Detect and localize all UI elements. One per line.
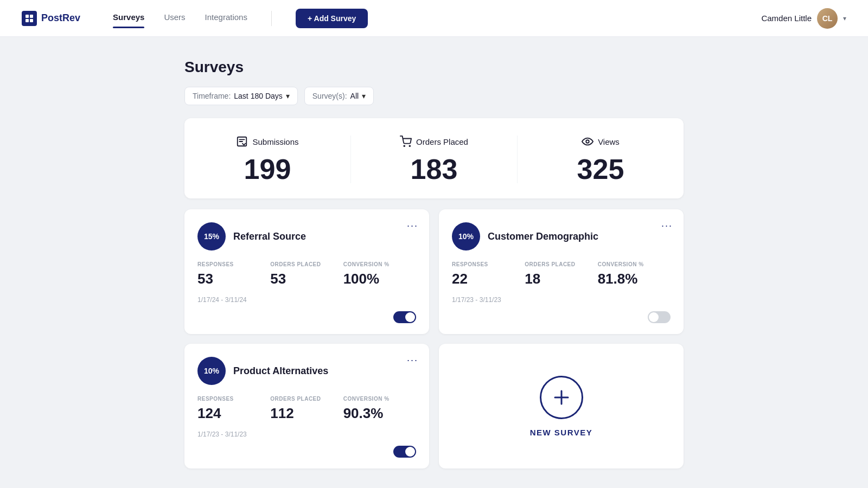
survey-card-product-alternatives: 10% Product Alternatives ··· RESPONSES 1… — [184, 344, 429, 468]
conversion-label-referral: CONVERSION % — [343, 261, 416, 267]
responses-value-alternatives: 124 — [197, 405, 270, 422]
orders-value-alternatives: 112 — [270, 405, 343, 422]
survey-header-referral: 15% Referral Source — [197, 222, 416, 251]
new-survey-card[interactable]: NEW SURVEY — [439, 344, 684, 468]
survey-toggle-area-demographic — [452, 311, 671, 323]
orders-value-demographic: 18 — [525, 271, 597, 287]
stat-views: Views 325 — [518, 136, 684, 183]
svg-rect-1 — [30, 15, 33, 18]
survey-grid: 15% Referral Source ··· RESPONSES 53 ORD… — [184, 209, 684, 468]
orders-label-alternatives: ORDERS PLACED — [270, 396, 343, 402]
eye-icon — [582, 136, 593, 147]
timeframe-chevron-icon: ▾ — [286, 92, 290, 100]
survey-badge-referral: 15% — [197, 222, 226, 251]
survey-badge-demographic: 10% — [452, 222, 480, 251]
responses-label-demographic: RESPONSES — [452, 261, 525, 267]
new-survey-label: NEW SURVEY — [530, 428, 593, 437]
nav-link-integrations[interactable]: Integrations — [205, 12, 247, 24]
page-title: Surveys — [184, 59, 684, 76]
survey-stat-orders-referral: ORDERS PLACED 53 — [270, 261, 343, 287]
responses-value-referral: 53 — [197, 271, 270, 287]
survey-menu-referral[interactable]: ··· — [407, 220, 418, 232]
survey-name-demographic: Customer Demographic — [488, 231, 598, 242]
survey-header-demographic: 10% Customer Demographic — [452, 222, 671, 251]
survey-badge-alternatives: 10% — [197, 357, 226, 385]
toggle-knob-referral — [405, 312, 415, 322]
conversion-label-alternatives: CONVERSION % — [343, 396, 416, 402]
nav-links: Surveys Users Integrations + Add Survey — [113, 9, 744, 28]
survey-stat-conversion-alternatives: CONVERSION % 90.3% — [343, 396, 416, 422]
toggle-knob-demographic — [649, 312, 659, 322]
add-survey-button[interactable]: + Add Survey — [296, 9, 368, 28]
surveys-filter[interactable]: Survey(s): All ▾ — [304, 87, 374, 105]
survey-toggle-demographic[interactable] — [648, 311, 671, 323]
survey-toggle-alternatives[interactable] — [393, 446, 416, 458]
survey-date-alternatives: 1/17/23 - 3/11/23 — [197, 431, 416, 438]
logo[interactable]: PostRev — [22, 11, 80, 26]
avatar: CL — [817, 8, 838, 29]
surveys-label: Survey(s): — [312, 92, 347, 100]
survey-header-alternatives: 10% Product Alternatives — [197, 357, 416, 385]
survey-menu-demographic[interactable]: ··· — [661, 220, 673, 232]
survey-date-demographic: 1/17/23 - 3/11/23 — [452, 296, 671, 304]
stats-card: Submissions 199 Orders Placed 183 — [184, 118, 684, 198]
surveys-value: All — [350, 92, 359, 100]
survey-stats-referral: RESPONSES 53 ORDERS PLACED 53 CONVERSION… — [197, 261, 416, 287]
survey-name-referral: Referral Source — [233, 231, 306, 242]
orders-value: 183 — [362, 155, 506, 183]
cart-icon — [400, 136, 412, 147]
survey-toggle-area-alternatives — [197, 446, 416, 458]
survey-card-referral-source: 15% Referral Source ··· RESPONSES 53 ORD… — [184, 209, 429, 334]
survey-stat-responses-demographic: RESPONSES 22 — [452, 261, 525, 287]
stat-orders-placed: Orders Placed 183 — [351, 136, 518, 183]
svg-point-9 — [586, 140, 589, 143]
views-value: 325 — [528, 155, 673, 183]
main-content: Surveys Timeframe: Last 180 Days ▾ Surve… — [174, 37, 694, 488]
survey-menu-alternatives[interactable]: ··· — [407, 355, 418, 366]
survey-card-customer-demographic: 10% Customer Demographic ··· RESPONSES 2… — [439, 209, 684, 334]
nav-link-surveys[interactable]: Surveys — [113, 12, 144, 24]
submissions-value: 199 — [195, 155, 340, 183]
survey-stat-orders-demographic: ORDERS PLACED 18 — [525, 261, 597, 287]
orders-label-demographic: ORDERS PLACED — [525, 261, 597, 267]
new-survey-plus-icon — [540, 376, 583, 419]
submissions-label: Submissions — [252, 137, 298, 146]
survey-stats-alternatives: RESPONSES 124 ORDERS PLACED 112 CONVERSI… — [197, 396, 416, 422]
survey-stat-responses-referral: RESPONSES 53 — [197, 261, 270, 287]
survey-stats-demographic: RESPONSES 22 ORDERS PLACED 18 CONVERSION… — [452, 261, 671, 287]
logo-text: PostRev — [41, 12, 80, 24]
survey-stat-orders-alternatives: ORDERS PLACED 112 — [270, 396, 343, 422]
survey-date-referral: 1/17/24 - 3/11/24 — [197, 296, 416, 304]
chevron-down-icon: ▾ — [843, 15, 846, 22]
nav-divider — [271, 11, 272, 26]
filters-row: Timeframe: Last 180 Days ▾ Survey(s): Al… — [184, 87, 684, 105]
survey-name-alternatives: Product Alternatives — [233, 365, 328, 377]
orders-label: Orders Placed — [416, 137, 468, 146]
orders-icon-row: Orders Placed — [362, 136, 506, 147]
survey-stat-conversion-referral: CONVERSION % 100% — [343, 261, 416, 287]
svg-point-8 — [409, 145, 410, 146]
views-label: Views — [598, 137, 620, 146]
responses-value-demographic: 22 — [452, 271, 525, 287]
views-icon-row: Views — [528, 136, 673, 147]
conversion-value-alternatives: 90.3% — [343, 405, 416, 422]
survey-toggle-area-referral — [197, 311, 416, 323]
logo-icon — [22, 11, 37, 26]
orders-label-referral: ORDERS PLACED — [270, 261, 343, 267]
surveys-chevron-icon: ▾ — [362, 92, 366, 100]
responses-label-referral: RESPONSES — [197, 261, 270, 267]
user-menu[interactable]: Camden Little CL ▾ — [761, 8, 846, 29]
nav-link-users[interactable]: Users — [164, 12, 185, 24]
survey-toggle-referral[interactable] — [393, 311, 416, 323]
stat-submissions: Submissions 199 — [184, 136, 351, 183]
survey-stat-conversion-demographic: CONVERSION % 81.8% — [598, 261, 671, 287]
navbar: PostRev Surveys Users Integrations + Add… — [0, 0, 868, 37]
timeframe-filter[interactable]: Timeframe: Last 180 Days ▾ — [184, 87, 298, 105]
toggle-knob-alternatives — [405, 447, 415, 457]
timeframe-value: Last 180 Days — [234, 92, 283, 100]
svg-rect-2 — [25, 19, 29, 22]
svg-rect-0 — [25, 15, 29, 18]
submissions-icon — [236, 136, 248, 147]
responses-label-alternatives: RESPONSES — [197, 396, 270, 402]
conversion-value-demographic: 81.8% — [598, 271, 671, 287]
